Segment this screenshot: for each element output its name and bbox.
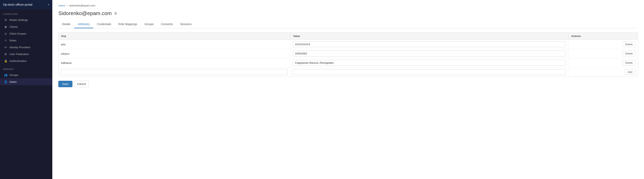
tab-attributes[interactable]: Attributes [74, 20, 93, 28]
new-value-input[interactable] [293, 69, 566, 75]
value-input-edrpou[interactable] [293, 51, 566, 56]
sidebar-item-label: Roles [10, 39, 16, 42]
sidebar-item-identity-providers[interactable]: ⇄ Identity Providers [0, 44, 52, 51]
key-text-edrpou: edrpou [61, 51, 70, 56]
tab-role-mappings[interactable]: Role Mappings [115, 20, 141, 28]
sidebar-item-label: Realm Settings [10, 18, 28, 21]
sidebar-item-label: Client Scopes [10, 32, 26, 35]
delete-button-edrpou[interactable]: Delete [622, 51, 635, 56]
configure-section-label: Configure [0, 9, 52, 16]
cancel-button[interactable]: Cancel [74, 81, 89, 87]
roles-icon: ≡ [4, 39, 8, 42]
chevron-down-icon: ▾ [48, 3, 49, 6]
sidebar-header[interactable]: Dp-test1-officer-portal ▾ [0, 0, 52, 9]
delete-button-drfo[interactable]: Delete [622, 42, 635, 47]
sidebar-item-clients[interactable]: ◉ Clients [0, 23, 52, 30]
sidebar-item-roles[interactable]: ≡ Roles [0, 37, 52, 44]
tab-credentials[interactable]: Credentials [93, 20, 115, 28]
breadcrumb-separator: > [66, 4, 68, 7]
key-text-fullname: fullName [61, 61, 72, 65]
sidebar-item-label: Clients [10, 25, 18, 28]
federation-icon: ⊞ [4, 52, 8, 56]
col-header-actions: Actions [568, 32, 638, 40]
col-header-key: Key [58, 32, 290, 40]
app-name: Dp-test1-officer-portal [3, 3, 32, 6]
table-row: edrpou Delete [58, 49, 638, 58]
value-input-fullname[interactable] [293, 60, 566, 66]
delete-button-fullname[interactable]: Delete [622, 60, 635, 65]
page-title: Sidorenko@epam.com [58, 10, 112, 16]
scope-icon: ◎ [4, 32, 8, 35]
sidebar-item-user-federation[interactable]: ⊞ User Federation [0, 51, 52, 57]
sidebar: Dp-test1-officer-portal ▾ Configure ⚙ Re… [0, 0, 52, 179]
main-content: Users > sidorenko@epam.com Sidorenko@epa… [52, 0, 644, 179]
breadcrumb: Users > sidorenko@epam.com [58, 4, 638, 7]
clients-icon: ◉ [4, 25, 8, 28]
sidebar-item-client-scopes[interactable]: ◎ Client Scopes [0, 30, 52, 37]
sidebar-item-label: Identity Providers [10, 46, 30, 49]
user-icon: 👤 [4, 80, 8, 83]
sidebar-item-users[interactable]: 👤 Users [0, 78, 52, 85]
breadcrumb-users-link[interactable]: Users [58, 4, 65, 7]
page-title-row: Sidorenko@epam.com 🗑 [58, 10, 638, 16]
groups-icon: 👥 [4, 73, 8, 77]
tab-groups[interactable]: Groups [141, 20, 157, 28]
table-row-new: Add [58, 67, 638, 77]
lock-icon: 🔒 [4, 59, 8, 62]
trash-icon[interactable]: 🗑 [114, 12, 117, 15]
new-key-input[interactable] [61, 69, 288, 75]
sidebar-item-realm-settings[interactable]: ⚙ Realm Settings [0, 16, 52, 23]
sidebar-item-label: Groups [10, 74, 18, 77]
add-button[interactable]: Add [625, 69, 635, 75]
sidebar-item-label: User Federation [10, 53, 29, 56]
form-actions: Save Cancel [58, 81, 638, 87]
tab-details[interactable]: Details [58, 20, 74, 28]
attributes-table: Key Value Actions drfo Delete [58, 32, 638, 77]
save-button[interactable]: Save [58, 81, 72, 87]
gear-icon: ⚙ [4, 18, 8, 21]
sidebar-item-label: Authentication [10, 59, 27, 62]
table-row: drfo Delete [58, 40, 638, 49]
sidebar-item-authentication[interactable]: 🔒 Authentication [0, 57, 52, 64]
sidebar-item-groups[interactable]: 👥 Groups [0, 71, 52, 78]
col-header-value: Value [290, 32, 568, 40]
sidebar-item-label: Users [10, 80, 16, 83]
tab-consents[interactable]: Consents [157, 20, 176, 28]
table-row: fullName Delete [58, 58, 638, 67]
identity-providers-icon: ⇄ [4, 46, 8, 49]
value-input-drfo[interactable] [293, 41, 566, 47]
breadcrumb-current: sidorenko@epam.com [69, 4, 95, 7]
tabs-bar: Details Attributes Credentials Role Mapp… [58, 20, 638, 28]
manage-section-label: Manage [0, 64, 52, 71]
tab-sessions[interactable]: Sessions [176, 20, 195, 28]
key-text-drfo: drfo [61, 42, 66, 47]
